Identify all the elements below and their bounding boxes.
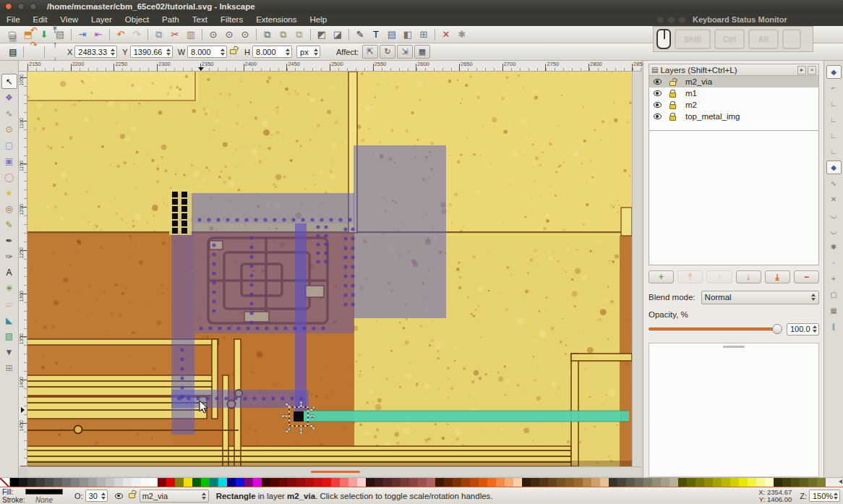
palette-swatch[interactable] [340,478,348,487]
snap-guides-icon[interactable]: ∥ [826,320,842,333]
snap-smooth-nodes-icon[interactable]: ◡ [826,224,842,238]
snap-rotation-center-icon[interactable]: + [826,272,842,286]
palette-swatch[interactable] [479,478,487,487]
palette-swatch[interactable] [513,478,522,487]
palette-swatch[interactable] [375,478,383,487]
palette-swatch[interactable] [791,478,800,487]
palette-swatch[interactable] [756,478,765,487]
align-dialog-icon[interactable]: ⊞ [416,27,431,42]
height-input[interactable]: 8.000 [252,46,292,58]
menu-path[interactable]: Path [155,13,186,26]
palette-swatch[interactable] [158,478,166,487]
stroke-value[interactable]: None [25,496,63,504]
select-all-icon[interactable]: ▦ [7,30,20,45]
palette-swatch[interactable] [288,478,296,487]
snap-paths-icon[interactable]: ∿ [826,176,842,190]
affect-gradient-icon[interactable]: ▦ [414,45,430,59]
raise-to-top-icon[interactable]: ⤒ [48,23,61,38]
palette-swatch[interactable] [192,478,201,487]
palette-swatch[interactable] [19,478,27,487]
fill-stroke-indicator[interactable]: Fill: Stroke:None [0,488,69,504]
palette-swatch[interactable] [565,478,574,487]
palette-swatch[interactable] [123,478,132,487]
paste-icon[interactable]: ▥ [184,27,198,42]
lock-open-icon[interactable] [669,81,676,86]
vertical-scrollbar[interactable] [632,72,641,466]
layers-dialog-icon[interactable]: ▤ [385,27,399,42]
fill-swatch[interactable] [25,489,63,495]
palette-swatch[interactable] [270,478,279,487]
palette-swatch[interactable] [496,478,505,487]
menu-filters[interactable]: Filters [214,13,249,26]
palette-swatch[interactable] [45,478,54,487]
window-minimize-button[interactable] [17,3,25,10]
palette-swatch[interactable] [401,478,409,487]
palette-swatch[interactable] [531,478,539,487]
gradient-tool[interactable]: ▧ [1,328,17,343]
palette-swatch[interactable] [522,478,531,487]
palette-swatch[interactable] [279,478,288,487]
snap-nodes-icon[interactable]: ◆ [826,161,842,174]
palette-swatch[interactable] [470,478,479,487]
palette-swatch[interactable] [713,478,722,487]
palette-swatch[interactable] [392,478,401,487]
horizontal-scrollbar-thumb[interactable] [311,471,360,473]
palette-swatch[interactable] [643,478,652,487]
menu-extensions[interactable]: Extensions [249,13,303,26]
palette-swatch[interactable] [54,478,62,487]
horizontal-scrollbar[interactable] [27,466,641,476]
spray-tool[interactable]: ✳ [1,281,17,296]
object-opacity-input[interactable]: 30 [85,490,108,502]
palette-swatch[interactable] [357,478,366,487]
layers-panel-header[interactable]: ▤ Layers (Shift+Ctrl+L) ▸ × [649,64,819,76]
horizontal-ruler[interactable]: 2150220022502300235024002450250025502600… [19,61,641,72]
affect-rotate-icon[interactable]: ↻ [380,45,395,59]
zoom-drawing-icon[interactable]: ⊙ [206,27,221,42]
palette-swatch[interactable] [227,478,236,487]
palette-swatch[interactable] [418,478,427,487]
palette-swatch[interactable] [574,478,583,487]
panel-close-button[interactable]: × [808,66,816,74]
undo-icon[interactable]: ↶ [114,27,128,42]
raise-layer-top-button[interactable]: ⤒ [677,270,703,283]
palette-swatch[interactable] [652,478,661,487]
menu-layer[interactable]: Layer [85,13,119,26]
palette-swatch[interactable] [739,478,748,487]
clone-icon[interactable]: ⧉ [276,27,291,42]
window-close-button[interactable] [5,3,12,10]
star-tool[interactable]: ★ [1,185,17,200]
palette-swatch[interactable] [296,478,305,487]
snap-bbox-icon[interactable]: ⌐ [826,81,842,95]
layer-row-m2_via[interactable]: m2_via [649,76,818,87]
menu-object[interactable]: Object [119,13,155,26]
layer-row-top_metal_img[interactable]: top_metal_img [649,111,818,122]
opacity-input[interactable]: 100.0 [787,323,819,336]
palette-swatch[interactable] [774,478,782,487]
palette-swatch[interactable] [314,478,322,487]
settings-icon[interactable]: ✱ [455,27,469,42]
raise-icon[interactable]: ↑ [48,38,61,52]
units-select[interactable]: px [296,46,320,58]
pencil-tool[interactable]: ✎ [1,217,17,232]
edit-nodes-icon[interactable]: ◩ [314,27,329,42]
snap-object-centers-icon[interactable]: ▫ [826,256,842,270]
palette-swatch[interactable] [678,478,687,487]
affect-corners-icon[interactable]: ⇲ [397,45,413,59]
layer-visible-icon[interactable] [654,90,662,96]
palette-swatch[interactable] [36,478,45,487]
monitor-maximize-button[interactable] [679,17,685,23]
layer-row-m1[interactable]: m1 [649,87,818,99]
palette-swatch[interactable] [730,478,739,487]
palette-swatch[interactable] [244,478,253,487]
palette-swatch[interactable] [236,478,244,487]
lock-ratio-icon[interactable] [230,49,236,54]
palette-swatch[interactable] [696,478,704,487]
snap-bbox-midpoints-icon[interactable]: ∟ [826,129,842,142]
palette-swatch[interactable] [166,478,175,487]
lower-layer-button[interactable]: ↓ [736,270,761,283]
ellipse-tool[interactable]: ◯ [1,169,17,184]
palette-swatch[interactable] [583,478,591,487]
palette-swatch[interactable] [305,478,314,487]
palette-swatch[interactable] [487,478,496,487]
text-dialog-icon[interactable]: T [369,27,383,42]
